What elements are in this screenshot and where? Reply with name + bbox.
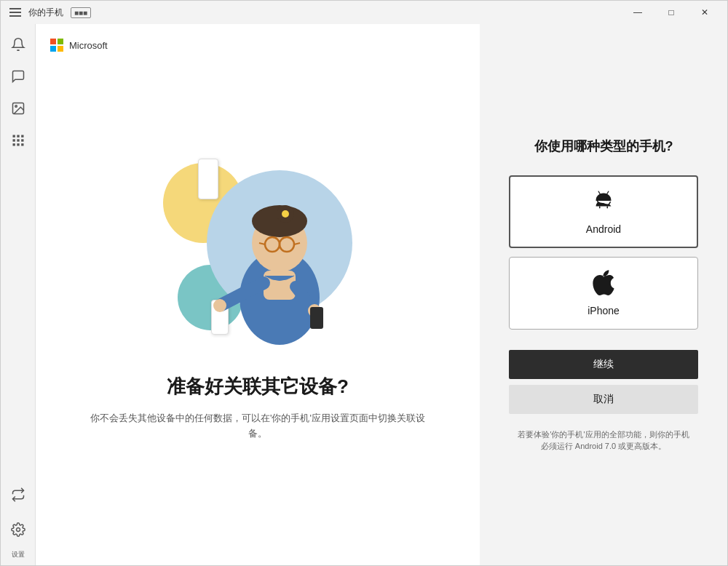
apple-icon xyxy=(591,269,616,300)
title-bar-left: 你的手机 ■■■ xyxy=(9,7,91,19)
main-area: 设置 Microsoft xyxy=(1,24,727,565)
sidebar: 设置 xyxy=(1,24,36,565)
iphone-option[interactable]: iPhone xyxy=(509,257,698,330)
android-icon xyxy=(590,188,617,219)
svg-rect-9 xyxy=(17,143,19,146)
main-subtitle: 你不会丢失其他设备中的任何数据，可以在'你的手机'应用设置页面中切换关联设备。 xyxy=(83,411,432,442)
microsoft-logo: Microsoft xyxy=(50,39,108,52)
svg-rect-4 xyxy=(21,135,23,137)
settings-label: 设置 xyxy=(12,550,25,559)
window-controls: — □ ✕ xyxy=(621,1,721,24)
svg-rect-5 xyxy=(12,139,15,141)
ms-squares-icon xyxy=(50,39,63,52)
left-panel: Microsoft xyxy=(36,24,480,565)
svg-point-28 xyxy=(282,210,289,218)
app-title: 你的手机 xyxy=(28,7,63,19)
iphone-label: iPhone xyxy=(587,305,620,316)
continue-button[interactable]: 继续 xyxy=(509,350,698,379)
sidebar-item-notifications[interactable] xyxy=(4,30,33,59)
svg-rect-6 xyxy=(17,139,19,141)
minimize-button[interactable]: — xyxy=(621,1,654,24)
cancel-button[interactable]: 取消 xyxy=(509,385,698,414)
svg-rect-2 xyxy=(12,135,15,137)
sidebar-item-settings[interactable] xyxy=(4,515,33,544)
ms-logo-text: Microsoft xyxy=(69,40,108,51)
close-button[interactable]: ✕ xyxy=(688,1,721,24)
right-panel: 你使用哪种类型的手机? Android xyxy=(480,24,727,565)
main-title: 准备好关联其它设备? xyxy=(83,374,432,399)
footnote-text: 若要体验'你的手机'应用的全部功能，则你的手机必须运行 Android 7.0 … xyxy=(516,429,691,453)
svg-point-11 xyxy=(16,528,20,532)
svg-rect-3 xyxy=(17,135,19,137)
sidebar-item-transfer[interactable] xyxy=(4,480,33,509)
battery-indicator: ■■■ xyxy=(71,7,91,18)
maximize-button[interactable]: □ xyxy=(654,1,688,24)
illustration xyxy=(119,148,396,352)
left-text-area: 准备好关联其它设备? 你不会丢失其他设备中的任何数据，可以在'你的手机'应用设置… xyxy=(83,374,432,442)
svg-rect-7 xyxy=(21,139,23,141)
app-window: 你的手机 ■■■ — □ ✕ xyxy=(0,0,728,566)
svg-rect-10 xyxy=(21,143,23,146)
android-label: Android xyxy=(586,223,621,235)
right-panel-title: 你使用哪种类型的手机? xyxy=(534,137,673,155)
sidebar-bottom: 设置 xyxy=(4,480,33,565)
sidebar-item-photos[interactable] xyxy=(4,94,33,123)
sidebar-item-messages[interactable] xyxy=(4,62,33,91)
svg-rect-8 xyxy=(12,143,15,146)
hamburger-icon[interactable] xyxy=(9,8,21,17)
svg-point-24 xyxy=(213,299,226,312)
woman-illustration xyxy=(199,163,360,352)
sidebar-item-apps[interactable] xyxy=(4,126,33,155)
svg-rect-27 xyxy=(310,307,323,329)
svg-point-1 xyxy=(15,105,16,108)
android-option[interactable]: Android xyxy=(509,175,698,248)
title-bar: 你的手机 ■■■ — □ ✕ xyxy=(1,1,727,24)
